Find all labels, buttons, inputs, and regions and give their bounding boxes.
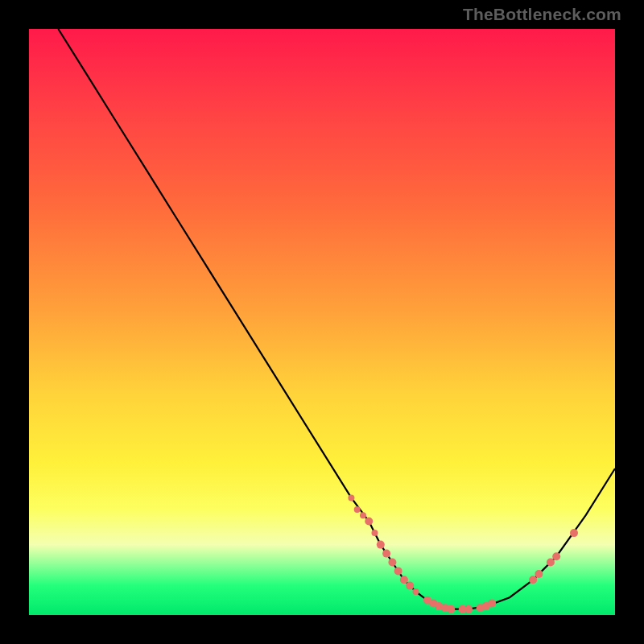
data-marker [388,559,396,567]
watermark-label: TheBottleneck.com [463,5,621,24]
curve-svg [29,29,615,615]
data-marker [535,570,543,578]
data-marker [400,576,408,584]
data-marker [464,605,473,613]
data-marker [413,588,419,595]
data-marker [447,605,455,613]
data-marker [529,576,537,584]
data-marker [406,582,414,590]
plot-area [29,29,615,615]
bottleneck-curve [58,29,615,609]
data-marker [394,567,402,575]
marker-group [348,494,578,613]
data-marker [552,552,560,560]
data-marker [570,529,578,537]
data-marker [488,599,496,607]
data-marker [348,494,354,501]
data-marker [372,530,378,536]
data-marker [365,518,373,526]
data-marker [382,550,390,558]
data-marker [360,512,366,518]
data-marker [547,559,555,567]
data-marker [354,506,361,513]
data-marker [377,541,385,549]
chart-frame: TheBottleneck.com [0,0,644,644]
